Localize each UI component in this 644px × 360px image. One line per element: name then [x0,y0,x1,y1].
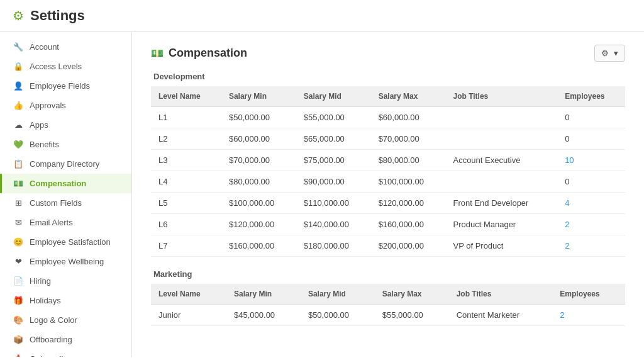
account-icon: 🔧 [12,42,25,52]
employee-count-link[interactable]: 2 [560,310,564,320]
sidebar-label-company-directory: Company Directory [30,159,99,169]
access-levels-icon: 🔒 [12,62,25,71]
cell-0-6-2: $180,000.00 [296,235,371,257]
sidebar-item-account[interactable]: 🔧 Account [0,37,131,57]
sidebar-label-employee-wellbeing: Employee Wellbeing [30,257,104,266]
offboarding-icon: 📦 [12,335,25,344]
page-header: 💵 Compensation ⚙ ▾ [151,45,625,62]
sidebar-label-offboarding: Offboarding [30,335,72,344]
sidebar-label-hiring: Hiring [30,276,51,286]
main-layout: 🔧 Account 🔒 Access Levels 👤 Employee Fie… [0,32,644,357]
col-header-0-5: Employees [557,86,625,107]
cell-1-0-4: Content Marketer [449,305,553,326]
hiring-icon: 📄 [12,276,25,286]
cell-0-1-0: L2 [151,128,221,150]
cell-0-4-0: L5 [151,193,221,214]
custom-fields-icon: ⊞ [12,198,25,208]
compensation-icon: 💵 [12,179,25,188]
cell-0-6-1: $160,000.00 [221,235,296,257]
comp-table-1: Level NameSalary MinSalary MidSalary Max… [151,284,625,326]
cell-0-4-5[interactable]: 4 [557,193,625,214]
compensation-icon: 💵 [151,47,164,59]
sidebar-item-company-directory[interactable]: 📋 Company Directory [0,154,131,174]
cell-0-0-3: $60,000.00 [371,107,446,128]
sidebar-item-email-alerts[interactable]: ✉ Email Alerts [0,213,131,232]
cell-0-4-2: $110,000.00 [296,193,371,214]
sidebar: 🔧 Account 🔒 Access Levels 👤 Employee Fie… [0,32,132,357]
table-row: L3$70,000.00$75,000.00$80,000.00Account … [151,150,625,171]
cell-1-0-0: Junior [151,305,226,326]
col-header-1-2: Salary Mid [301,284,375,305]
cell-0-3-0: L4 [151,171,221,193]
settings-dropdown-button[interactable]: ⚙ ▾ [594,45,625,62]
employee-count-link[interactable]: 2 [565,241,569,250]
col-header-1-1: Salary Min [226,284,301,305]
cell-0-2-5[interactable]: 10 [557,150,625,171]
col-header-1-4: Job Titles [449,284,553,305]
cell-0-6-4: VP of Product [445,235,557,257]
col-header-1-3: Salary Max [375,284,449,305]
cell-0-5-5[interactable]: 2 [557,214,625,235]
sidebar-label-custom-fields: Custom Fields [30,198,82,208]
page-title: Compensation [169,47,247,60]
sidebar-item-offboarding[interactable]: 📦 Offboarding [0,330,131,349]
sidebar-item-employee-satisfaction[interactable]: 😊 Employee Satisfaction [0,232,131,252]
cell-0-2-3: $80,000.00 [371,150,446,171]
cell-0-1-4 [445,128,557,150]
col-header-0-0: Level Name [151,86,221,107]
cell-0-1-2: $65,000.00 [296,128,371,150]
cell-0-2-2: $75,000.00 [296,150,371,171]
cell-0-5-0: L6 [151,214,221,235]
settings-btn-gear-icon: ⚙ [601,48,609,58]
cell-0-2-1: $70,000.00 [221,150,296,171]
employee-count-link[interactable]: 4 [565,198,569,208]
page-header-left: 💵 Compensation [151,47,247,60]
sidebar-item-approvals[interactable]: 👍 Approvals [0,96,131,115]
cell-0-5-1: $120,000.00 [221,214,296,235]
col-header-1-5: Employees [552,284,625,305]
cell-0-3-1: $80,000.00 [221,171,296,193]
sidebar-item-hiring[interactable]: 📄 Hiring [0,271,131,291]
company-directory-icon: 📋 [12,159,25,169]
cell-1-0-5[interactable]: 2 [552,305,625,326]
cell-0-1-1: $60,000.00 [221,128,296,150]
cell-0-3-2: $90,000.00 [296,171,371,193]
sidebar-item-custom-fields[interactable]: ⊞ Custom Fields [0,193,131,213]
sidebar-item-onboarding[interactable]: 📥 Onboarding [0,349,131,357]
col-header-1-0: Level Name [151,284,226,305]
onboarding-icon: 📥 [12,354,25,357]
cell-0-5-2: $140,000.00 [296,214,371,235]
section-title-0: Development [151,72,625,81]
table-row: L6$120,000.00$140,000.00$160,000.00Produ… [151,214,625,235]
cell-0-1-3: $70,000.00 [371,128,446,150]
col-header-0-1: Salary Min [221,86,296,107]
sidebar-item-employee-fields[interactable]: 👤 Employee Fields [0,76,131,96]
sidebar-item-employee-wellbeing[interactable]: ❤ Employee Wellbeing [0,252,131,271]
sidebar-label-access-levels: Access Levels [30,62,82,71]
cell-0-0-0: L1 [151,107,221,128]
sidebar-item-access-levels[interactable]: 🔒 Access Levels [0,57,131,76]
logo-color-icon: 🎨 [12,315,25,325]
employee-count-link[interactable]: 2 [565,220,569,229]
col-header-0-2: Salary Mid [296,86,371,107]
cell-0-0-4 [445,107,557,128]
sidebar-item-apps[interactable]: ☁ Apps [0,115,131,135]
cell-0-3-3: $100,000.00 [371,171,446,193]
cell-0-4-4: Front End Developer [445,193,557,214]
apps-icon: ☁ [12,120,25,130]
cell-0-0-5: 0 [557,107,625,128]
employee-count-link[interactable]: 10 [565,155,574,165]
sidebar-label-compensation: Compensation [30,179,86,188]
cell-0-6-5[interactable]: 2 [557,235,625,257]
cell-0-3-5: 0 [557,171,625,193]
sidebar-item-compensation[interactable]: 💵 Compensation [0,174,131,193]
section-title-1: Marketing [151,269,625,279]
col-header-0-3: Salary Max [371,86,446,107]
sidebar-label-approvals: Approvals [30,101,66,110]
cell-1-0-3: $55,000.00 [375,305,449,326]
cell-0-2-0: L3 [151,150,221,171]
sidebar-item-benefits[interactable]: 💚 Benefits [0,135,131,154]
sidebar-item-holidays[interactable]: 🎁 Holidays [0,291,131,310]
cell-0-6-0: L7 [151,235,221,257]
sidebar-item-logo-color[interactable]: 🎨 Logo & Color [0,310,131,330]
